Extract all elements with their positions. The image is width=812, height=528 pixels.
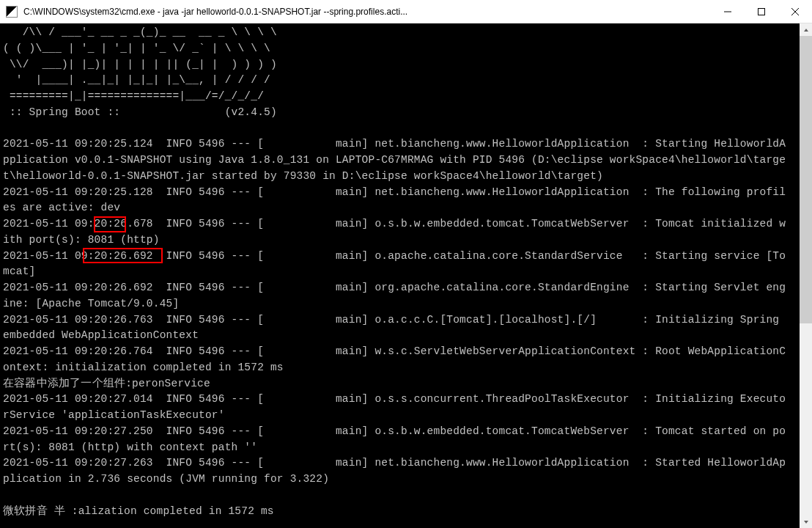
maximize-button[interactable] <box>745 0 778 23</box>
log-line: 2021-05-11 09:20:25.128 INFO 5496 --- [ … <box>3 186 786 198</box>
svg-rect-1 <box>759 8 765 15</box>
log-line: plication in 2.736 seconds (JVM running … <box>3 473 329 485</box>
log-line: 2021-05-11 09:20:26.763 INFO 5496 --- [ … <box>3 314 786 326</box>
close-button[interactable] <box>778 0 812 23</box>
svg-marker-4 <box>804 29 808 32</box>
log-line: 2021-05-11 09:20:26.678 INFO 5496 --- [ … <box>3 218 786 230</box>
window-controls <box>711 0 812 23</box>
log-line: ontext: initialization completed in 1572… <box>3 362 284 373</box>
log-line: pplication v0.0.1-SNAPSHOT using Java 1.… <box>3 154 786 166</box>
scroll-up-button[interactable] <box>800 23 812 36</box>
log-line: ine: [Apache Tomcat/9.0.45] <box>3 298 179 309</box>
svg-marker-5 <box>804 521 808 524</box>
log-line: 2021-05-11 09:20:27.263 INFO 5496 --- [ … <box>3 457 786 469</box>
cmd-icon <box>6 6 18 18</box>
scrollbar-thumb[interactable] <box>800 36 812 323</box>
scrollbar-track[interactable] <box>800 36 812 516</box>
minimize-button[interactable] <box>711 0 745 23</box>
log-line: 2021-05-11 09:20:26.692 INFO 5496 --- [ … <box>3 250 786 262</box>
log-line: 2021-05-11 09:20:26.764 INFO 5496 --- [ … <box>3 345 786 357</box>
spring-banner-line: ' |____| .__|_| |_|_| |_\__, | / / / / <box>3 74 270 86</box>
log-line: 2021-05-11 09:20:27.250 INFO 5496 --- [ … <box>3 425 786 437</box>
console-output: /\\ / ___'_ __ _ _(_)_ __ __ _ \ \ \ \ (… <box>0 23 800 521</box>
spring-banner-line: /\\ / ___'_ __ _ _(_)_ __ __ _ \ \ \ \ <box>3 26 277 38</box>
ime-status-line: 微软拼音 半 :alization completed in 1572 ms <box>3 505 274 517</box>
window-titlebar: C:\WINDOWS\system32\cmd.exe - java -jar … <box>0 0 812 23</box>
log-line: 2021-05-11 09:20:25.124 INFO 5496 --- [ … <box>3 138 786 150</box>
log-line: embedded WebApplicationContext <box>3 329 199 341</box>
spring-banner-line: =========|_|==============|___/=/_/_/_/ <box>3 90 264 102</box>
vertical-scrollbar[interactable] <box>800 23 812 528</box>
log-line: mcat] <box>3 265 36 277</box>
log-line: rService 'applicationTaskExecutor' <box>3 409 225 421</box>
spring-banner-line: :: Spring Boot :: (v2.4.5) <box>3 106 277 118</box>
scroll-down-button[interactable] <box>800 516 812 528</box>
spring-banner-line: \\/ ___)| |_)| | | | | || (_| | ) ) ) ) <box>3 59 277 70</box>
window-title: C:\WINDOWS\system32\cmd.exe - java -jar … <box>23 7 711 17</box>
log-line: t\helloworld-0.0.1-SNAPSHOT.jar started … <box>3 170 603 182</box>
console-area[interactable]: /\\ / ___'_ __ _ _(_)_ __ __ _ \ \ \ \ (… <box>0 23 812 528</box>
tomcat-port-value: 8081 (http) <box>88 234 160 246</box>
log-line: 在容器中添加了一个组件:peronService <box>3 378 210 389</box>
spring-banner-line: ( ( )\___ | '_ | '_| | '_ \/ _` | \ \ \ … <box>3 43 270 54</box>
log-line: ith port(s): <box>3 234 88 246</box>
log-line: es are active: <box>3 202 101 213</box>
log-line: 2021-05-11 09:20:26.692 INFO 5496 --- [ … <box>3 282 786 293</box>
log-line: 2021-05-11 09:20:27.014 INFO 5496 --- [ … <box>3 393 786 405</box>
active-profile-value: dev <box>101 202 121 213</box>
log-line: rt(s): 8081 (http) with context path '' <box>3 441 257 453</box>
